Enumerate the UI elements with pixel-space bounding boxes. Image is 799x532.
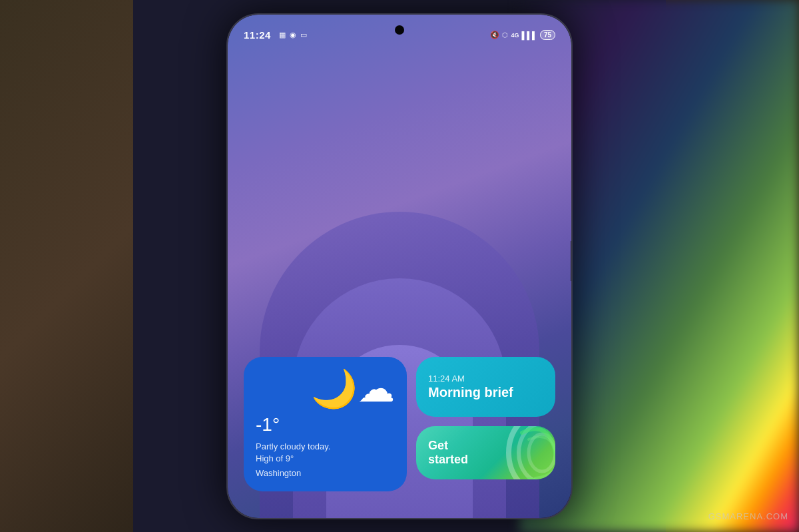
calendar-icon: ▦ bbox=[279, 31, 286, 39]
watermark: GSMARENA.COM bbox=[708, 511, 788, 521]
right-widgets: 11:24 AM Morning brief Getstarted bbox=[416, 357, 555, 491]
brief-title: Morning brief bbox=[428, 385, 543, 400]
swirl-decoration bbox=[502, 426, 555, 479]
brief-time: 11:24 AM bbox=[428, 374, 543, 384]
moon-cloud-icon: 🌙☁ bbox=[311, 370, 395, 407]
phone-screen: 11:24 ▦ ◉ ▭ 🔇 ⬡ 4G ▌▌▌ 75 bbox=[228, 15, 571, 518]
status-icons-right: 🔇 ⬡ 4G ▌▌▌ 75 bbox=[490, 30, 555, 40]
location-pin-icon: ◉ bbox=[290, 31, 296, 39]
weather-temperature: -1° bbox=[256, 414, 395, 435]
weather-icon-area: 🌙☁ bbox=[256, 370, 395, 407]
morning-brief-widget[interactable]: 11:24 AM Morning brief bbox=[416, 357, 555, 417]
widgets-area: 🌙☁ -1° Partly cloudy today. High of 9° W… bbox=[244, 357, 555, 491]
battery-indicator: 75 bbox=[540, 30, 555, 40]
status-time: 11:24 bbox=[244, 29, 271, 41]
get-started-text: Getstarted bbox=[428, 439, 468, 467]
signal-4g-icon: 4G bbox=[511, 32, 519, 39]
camera-hole bbox=[395, 25, 404, 35]
side-button[interactable] bbox=[571, 241, 573, 281]
mute-icon: 🔇 bbox=[490, 31, 499, 39]
weather-location: Washington bbox=[256, 468, 395, 478]
weather-widget[interactable]: 🌙☁ -1° Partly cloudy today. High of 9° W… bbox=[244, 357, 407, 491]
screen-record-icon: ▭ bbox=[300, 31, 307, 39]
signal-bars-icon: ▌▌▌ bbox=[521, 31, 537, 39]
scene: 11:24 ▦ ◉ ▭ 🔇 ⬡ 4G ▌▌▌ 75 bbox=[0, 0, 799, 532]
location-icon: ⬡ bbox=[502, 31, 508, 39]
weather-description: Partly cloudy today. High of 9° bbox=[256, 441, 395, 465]
status-icons-left: ▦ ◉ ▭ bbox=[279, 31, 307, 39]
phone-frame: 11:24 ▦ ◉ ▭ 🔇 ⬡ 4G ▌▌▌ 75 bbox=[226, 13, 573, 519]
get-started-widget[interactable]: Getstarted bbox=[416, 426, 555, 479]
